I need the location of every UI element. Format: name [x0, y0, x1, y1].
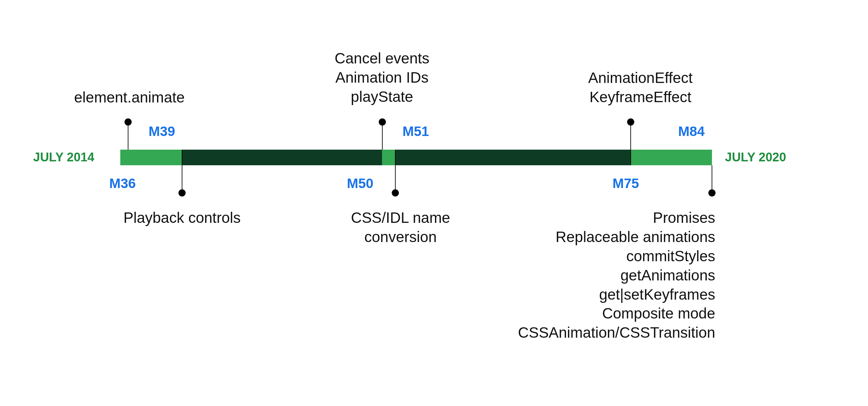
milestone-desc-line: AnimationEffect: [576, 68, 706, 88]
milestone-desc-line: Composite mode: [501, 304, 715, 323]
milestone-desc-line: Cancel events: [318, 49, 445, 68]
milestone-pin-m39: [182, 165, 182, 193]
milestone-dot-m84: [708, 189, 716, 197]
milestone-desc-m36: element.animate: [74, 88, 185, 107]
milestone-dot-m39: [179, 189, 186, 197]
timeline-start-label: JULY 2014: [33, 150, 94, 164]
milestone-desc-m39: Playback controls: [94, 208, 270, 227]
milestone-desc-m51: Cancel events Animation IDs playState: [318, 49, 445, 106]
timeline-tick: [182, 150, 182, 165]
milestone-desc-line: CSS/IDL name: [325, 208, 476, 227]
milestone-desc-m84: Promises Replaceable animations commitSt…: [501, 208, 715, 342]
milestone-desc-m75: AnimationEffect KeyframeEffect: [576, 68, 706, 107]
milestone-desc-line: Animation IDs: [318, 68, 445, 87]
milestone-pin-m50: [395, 165, 396, 193]
milestone-desc-line: playState: [318, 87, 445, 106]
timeline-end-label: JULY 2020: [725, 150, 786, 164]
timeline-bar-segment-middle: [182, 150, 631, 165]
milestone-label-m50: M50: [347, 176, 374, 191]
timeline-bar-segment-accent: [382, 150, 395, 165]
milestone-label-m39: M39: [149, 124, 175, 139]
milestone-pin-m84: [712, 165, 712, 193]
milestone-dot-m50: [392, 189, 399, 197]
milestone-label-m84: M84: [678, 124, 705, 139]
milestone-desc-line: Promises: [501, 208, 715, 227]
milestone-label-m36: M36: [109, 176, 136, 191]
milestone-desc-line: get|setKeyframes: [501, 285, 715, 304]
milestone-desc-line: CSSAnimation/CSSTransition: [501, 323, 715, 342]
timeline-tick: [395, 150, 396, 165]
timeline-bar-segment-end: [631, 150, 712, 165]
milestone-label-m75: M75: [613, 176, 639, 191]
timeline-bar-segment-start: [120, 150, 182, 165]
milestone-pin-m75: [630, 122, 631, 150]
milestone-label-m51: M51: [402, 124, 429, 139]
milestone-desc-line: Replaceable animations: [501, 227, 715, 246]
milestone-desc-line: conversion: [325, 227, 476, 246]
timeline-tick: [630, 150, 631, 165]
milestone-desc-m50: CSS/IDL name conversion: [325, 208, 476, 246]
milestone-pin-m51: [382, 122, 383, 150]
milestone-dot-m51: [379, 118, 386, 125]
milestone-dot-m75: [627, 118, 634, 125]
milestone-desc-line: KeyframeEffect: [576, 88, 706, 107]
milestone-dot-m36: [125, 118, 132, 125]
milestone-desc-line: commitStyles: [501, 246, 715, 266]
milestone-pin-m36: [128, 122, 128, 150]
milestone-desc-line: getAnimations: [501, 266, 715, 285]
